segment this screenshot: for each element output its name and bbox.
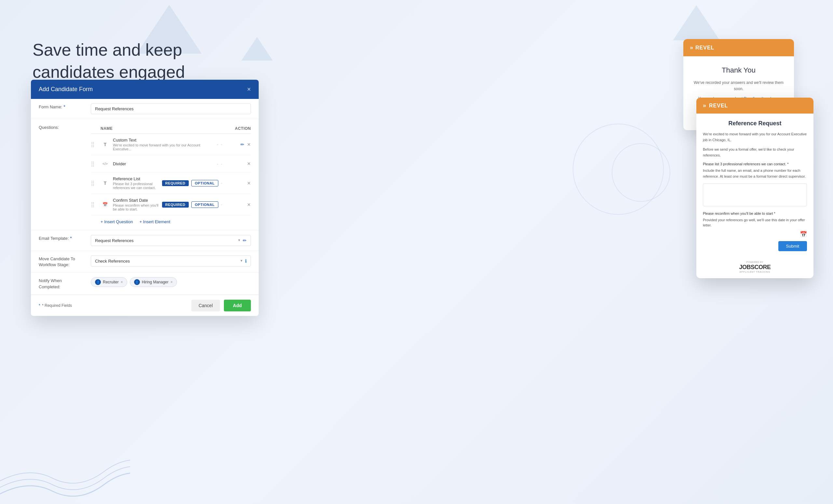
questions-field: Name Action ⣿ T Custom Text We're excite…: [91, 124, 251, 225]
question-icon-text-1: T: [100, 140, 110, 149]
workflow-icons: ▾ ℹ: [240, 258, 247, 264]
recruiter-avatar: 👤: [95, 279, 101, 285]
workflow-stage-label: Move Candidate To Workflow Stage:: [39, 256, 91, 268]
reference-field-label: Please list 3 professional references we…: [703, 162, 807, 166]
email-template-label: Email Template: *: [39, 235, 91, 241]
reference-card-footer: POWERED BY JOBSCORE APPLICANT TRACKING: [696, 258, 813, 278]
email-template-required-star: *: [70, 236, 72, 241]
reference-date-label: Please reconfirm when you'll be able to …: [703, 212, 807, 215]
question-tags-4: REQUIRED OPTIONAL: [162, 201, 218, 208]
question-icon-text-3: T: [100, 178, 110, 188]
required-star-note: *: [39, 303, 40, 308]
questions-label: Questions:: [39, 124, 91, 130]
question-content-2: Divider: [113, 161, 217, 166]
question-subtitle-4: Please reconfirm when you'll be able to …: [113, 203, 159, 211]
jobscore-sub-text-2: APPLICANT TRACKING: [739, 271, 770, 273]
insert-element-button[interactable]: + Insert Element: [139, 219, 170, 224]
workflow-stage-field: Check References ▾ ℹ: [91, 256, 251, 266]
required-fields-note: * * Required Fields: [39, 303, 187, 308]
email-template-select[interactable]: Request References ▾ ✏: [91, 235, 251, 246]
optional-tag-4[interactable]: OPTIONAL: [191, 201, 218, 208]
jobscore-logo-reference: POWERED BY JOBSCORE APPLICANT TRACKING: [739, 261, 770, 273]
thank-you-card-header: » REVEL: [683, 39, 794, 56]
reference-date-text: Provided your references go well, we'll …: [703, 217, 807, 228]
question-delete-icon-4[interactable]: ✕: [247, 202, 251, 207]
question-edit-icon-1[interactable]: ✏: [240, 142, 244, 147]
reference-textarea[interactable]: [703, 184, 807, 206]
questions-header-drag: [91, 126, 100, 131]
email-template-field: Request References ▾ ✏: [91, 235, 251, 246]
notify-tag-hiring-manager: 👤 Hiring Manager ×: [130, 277, 177, 287]
reference-card-header: » REVEL: [696, 98, 813, 114]
calendar-icon[interactable]: 📅: [800, 231, 807, 238]
notify-tag-recruiter: 👤 Recruiter ×: [91, 277, 127, 287]
question-row-divider: ⣿ </> Divider - - ✕: [91, 155, 251, 172]
workflow-info-icon[interactable]: ℹ: [245, 258, 247, 264]
workflow-stage-select[interactable]: Check References ▾ ℹ: [91, 256, 251, 266]
recruiter-remove-button[interactable]: ×: [121, 280, 123, 284]
form-name-required-star: *: [64, 104, 65, 109]
modal-header: Add Candidate Form ×: [31, 80, 259, 99]
insert-question-button[interactable]: + Insert Question: [100, 219, 133, 224]
add-button[interactable]: Add: [224, 300, 251, 311]
thank-you-brand: » REVEL: [690, 44, 714, 51]
drag-handle-4[interactable]: ⣿: [91, 201, 100, 208]
modal-close-button[interactable]: ×: [247, 86, 251, 93]
thank-you-title: Thank You: [691, 66, 786, 74]
question-content-3: Reference List Please list 3 professiona…: [113, 176, 159, 190]
hiring-manager-remove-button[interactable]: ×: [170, 280, 173, 284]
form-name-field: [91, 103, 251, 114]
drag-handle-1[interactable]: ⣿: [91, 141, 100, 147]
modal-footer: * * Required Fields Cancel Add: [31, 295, 259, 316]
form-name-row: Form Name: *: [31, 99, 259, 119]
questions-table-header: Name Action: [91, 124, 251, 134]
revel-chevrons-icon-2: »: [703, 102, 707, 109]
drag-handle-3[interactable]: ⣿: [91, 180, 100, 186]
questions-header-name: Name: [100, 126, 225, 131]
form-name-input[interactable]: [91, 103, 251, 114]
notify-label: Notify When Completed:: [39, 277, 91, 290]
question-icon-divider: </>: [100, 159, 110, 168]
notify-row: Notify When Completed: 👤 Recruiter × 👤 H…: [31, 273, 259, 294]
required-tag-3[interactable]: REQUIRED: [162, 180, 189, 186]
question-delete-icon-2[interactable]: ✕: [247, 161, 251, 166]
jobscore-brand-text-2: JOBSCORE: [739, 264, 770, 271]
reference-card-body: Reference Request We're excited to move …: [696, 114, 813, 258]
question-row-reference-list: ⣿ T Reference List Please list 3 profess…: [91, 172, 251, 194]
q-dash-1a: -: [217, 142, 218, 147]
reference-field-hint: Include the full name, an email, and a p…: [703, 168, 807, 179]
question-content-1: Custom Text We're excited to move forwar…: [113, 138, 217, 151]
reference-card-title: Reference Request: [703, 120, 807, 127]
question-tags-3: REQUIRED OPTIONAL: [162, 180, 218, 187]
question-actions-2: ✕: [225, 161, 251, 166]
drag-handle-2[interactable]: ⣿: [91, 161, 100, 167]
workflow-dropdown-icon[interactable]: ▾: [240, 258, 242, 264]
required-fields-text: * Required Fields: [42, 303, 72, 308]
recruiter-label: Recruiter: [103, 280, 119, 284]
required-tag-4[interactable]: REQUIRED: [162, 202, 189, 208]
insert-row: + Insert Question + Insert Element: [91, 215, 251, 225]
notify-tags: 👤 Recruiter × 👤 Hiring Manager ×: [91, 277, 251, 287]
reference-date-input: 📅: [703, 231, 807, 238]
wave-decoration: [0, 439, 130, 504]
modal-body: Form Name: * Questions: Name Action: [31, 99, 259, 295]
q-dash-3: -: [221, 181, 222, 186]
email-template-dropdown-icon[interactable]: ▾: [238, 238, 240, 243]
question-delete-icon-3[interactable]: ✕: [247, 181, 251, 186]
email-template-edit-icon[interactable]: ✏: [243, 238, 247, 243]
question-actions-3: ✕: [225, 181, 251, 186]
optional-tag-3[interactable]: OPTIONAL: [191, 180, 218, 187]
thank-you-brand-text: REVEL: [695, 45, 714, 51]
question-row-confirm-date: ⣿ 📅 Confirm Start Date Please reconfirm …: [91, 194, 251, 215]
reference-submit-button[interactable]: Submit: [778, 241, 807, 251]
powered-by-text-2: POWERED BY: [739, 261, 770, 263]
question-delete-icon-1[interactable]: ✕: [247, 142, 251, 147]
question-actions-4: ✕: [225, 202, 251, 207]
q-dash-2a: -: [217, 161, 218, 166]
cancel-button[interactable]: Cancel: [191, 300, 220, 311]
hiring-manager-label: Hiring Manager: [142, 280, 169, 284]
question-actions-1: ✏ ✕: [225, 142, 251, 147]
reference-intro-2: Before we send you a formal offer, we'd …: [703, 147, 807, 158]
question-title-3: Reference List: [113, 176, 159, 181]
workflow-stage-row: Move Candidate To Workflow Stage: Check …: [31, 251, 259, 273]
